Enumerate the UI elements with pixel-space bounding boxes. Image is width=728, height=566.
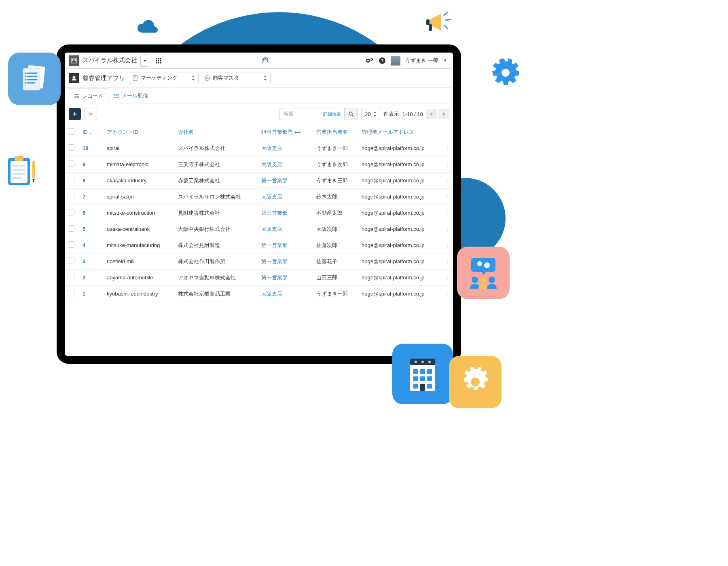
cell-id[interactable]: 5 [79,221,104,237]
page-size-select[interactable]: 20 [361,108,380,120]
cell-id[interactable]: 1 [79,286,104,302]
help-icon[interactable]: ? [379,57,386,64]
row-checkbox[interactable] [68,225,74,232]
col-id[interactable]: ID⌄ [79,124,104,140]
table-row[interactable]: 9mimata-electronic三叉電子株式会社大阪支店うずまき次郎hoge… [65,156,453,173]
svg-rect-38 [420,369,425,374]
tab-mail[interactable]: メール配信 [108,88,153,103]
workspace-select[interactable]: マーケティング [130,72,199,84]
svg-text:?: ? [381,58,384,63]
cell-department[interactable]: 第一営業部 [258,253,313,270]
add-record-button[interactable] [69,108,81,120]
cell-admin-email: hoge@spiral-platform.co.jp [358,270,441,286]
cell-company: スパイラル株式会社 [175,140,258,156]
cell-department[interactable]: 大阪支店 [258,286,313,302]
cell-department[interactable]: 大阪支店 [258,140,313,156]
svg-line-92 [92,115,93,116]
user-menu-caret[interactable]: ▼ [443,58,447,63]
row-checkbox[interactable] [68,274,74,280]
cell-department[interactable]: 第三営業部 [258,205,313,221]
svg-rect-41 [420,376,425,381]
cell-account: ricefield-mill [104,253,175,270]
search-button[interactable] [344,108,358,120]
cell-department[interactable]: 第一営業部 [258,270,313,286]
app-context-bar: 顧客管理アプリ マーケティング 顧客マスタ [65,69,453,88]
settings-icon[interactable] [366,57,374,64]
advanced-search-link[interactable]: 詳細検索 [323,111,341,117]
table-row[interactable]: 3ricefield-mill株式会社作田製作所第一営業部佐藤花子hoge@sp… [65,253,453,270]
cell-id[interactable]: 3 [79,253,104,270]
table-row[interactable]: 10spiralスパイラル株式会社大阪支店うずまき一郎hoge@spiral-p… [65,140,453,156]
cell-id[interactable]: 10 [79,140,104,156]
org-switcher-button[interactable] [140,55,149,67]
row-menu-button[interactable]: ⋮ [441,173,453,189]
search-placeholder: 検索 [283,110,321,118]
svg-rect-44 [427,384,432,389]
apps-grid-button[interactable] [152,55,165,67]
row-menu-button[interactable]: ⋮ [441,286,453,302]
cell-company: スパイラルサロン株式会社 [175,189,258,205]
row-menu-button[interactable]: ⋮ [441,221,453,237]
table-row[interactable]: 2aoyama-automobileアオヤマ自動車株式会社第一営業部山田三郎ho… [65,270,453,286]
cell-id[interactable]: 8 [79,173,104,189]
tab-records[interactable]: レコード [69,88,108,104]
cell-id[interactable]: 2 [79,270,104,286]
table-row[interactable]: 6mitsuke-construction見附建設株式会社第三営業部不動産太郎h… [65,205,453,221]
row-checkbox[interactable] [68,290,74,296]
svg-rect-59 [158,60,159,61]
page-range: 1-10 / 10 [402,111,423,117]
next-page-button[interactable] [438,109,449,119]
col-admin-email[interactable]: 管理者メールアドレス [358,124,441,140]
user-avatar[interactable] [391,56,400,65]
row-checkbox[interactable] [68,209,74,215]
row-menu-button[interactable]: ⋮ [441,189,453,205]
table-row[interactable]: 5osaka-centralbank大阪中央銀行株式会社大阪支店大阪次郎hoge… [65,221,453,237]
svg-rect-56 [158,58,159,59]
clipboard-icon [4,154,40,190]
col-company[interactable]: 会社名 [175,124,258,140]
row-menu-button[interactable]: ⋮ [441,237,453,253]
settings-button[interactable] [84,108,97,120]
cell-department[interactable]: 大阪支店 [258,189,313,205]
cell-company: 株式会社京橋食品工業 [175,286,258,302]
cell-sales-rep: 山田三郎 [313,270,358,286]
select-all-checkbox[interactable] [68,128,74,135]
row-menu-button[interactable]: ⋮ [441,140,453,156]
cell-id[interactable]: 7 [79,189,104,205]
row-menu-button[interactable]: ⋮ [441,205,453,221]
row-checkbox[interactable] [68,144,74,151]
svg-line-94 [89,115,90,116]
tablet-frame: スパイラル株式会社 ? うずまき 一郎 ▼ [57,44,461,364]
select-arrows-icon [373,112,377,116]
cell-id[interactable]: 6 [79,205,104,221]
table-select[interactable]: 顧客マスタ [202,72,271,84]
row-menu-button[interactable]: ⋮ [441,270,453,286]
cell-department[interactable]: 第一営業部 [258,173,313,189]
prev-page-button[interactable] [426,109,437,119]
svg-point-31 [489,277,495,283]
cell-department[interactable]: 第一営業部 [258,237,313,253]
row-menu-button[interactable]: ⋮ [441,253,453,270]
cell-account: kyobashi-foodindustry [104,286,175,302]
table-row[interactable]: 4mitsuke-manufacturing株式会社見附製造第一営業部佐藤次郎h… [65,237,453,253]
cell-department[interactable]: 大阪支店 [258,156,313,173]
table-row[interactable]: 8akasaka-industry赤坂工業株式会社第一営業部うずまき三郎hoge… [65,173,453,189]
svg-rect-63 [160,62,161,63]
col-sales-rep[interactable]: 営業担当者名 [313,124,358,140]
svg-line-13 [444,12,447,15]
cell-id[interactable]: 9 [79,156,104,173]
search-input[interactable]: 検索 詳細検索 [279,108,344,120]
row-checkbox[interactable] [68,193,74,199]
table-row[interactable]: 1kyobashi-foodindustry株式会社京橋食品工業大阪支店うずまき… [65,286,453,302]
row-checkbox[interactable] [68,177,74,183]
cell-id[interactable]: 4 [79,237,104,253]
table-row[interactable]: 7spiral-salonスパイラルサロン株式会社大阪支店鈴木太郎hoge@sp… [65,189,453,205]
col-department[interactable]: 担当営業部門⟷ [258,124,313,140]
row-menu-button[interactable]: ⋮ [441,156,453,173]
row-checkbox[interactable] [68,258,74,264]
row-checkbox[interactable] [68,161,74,167]
cell-admin-email: hoge@spiral-platform.co.jp [358,140,441,156]
col-account-id[interactable]: アカウントID [104,124,175,140]
row-checkbox[interactable] [68,241,74,248]
cell-department[interactable]: 大阪支店 [258,221,313,237]
